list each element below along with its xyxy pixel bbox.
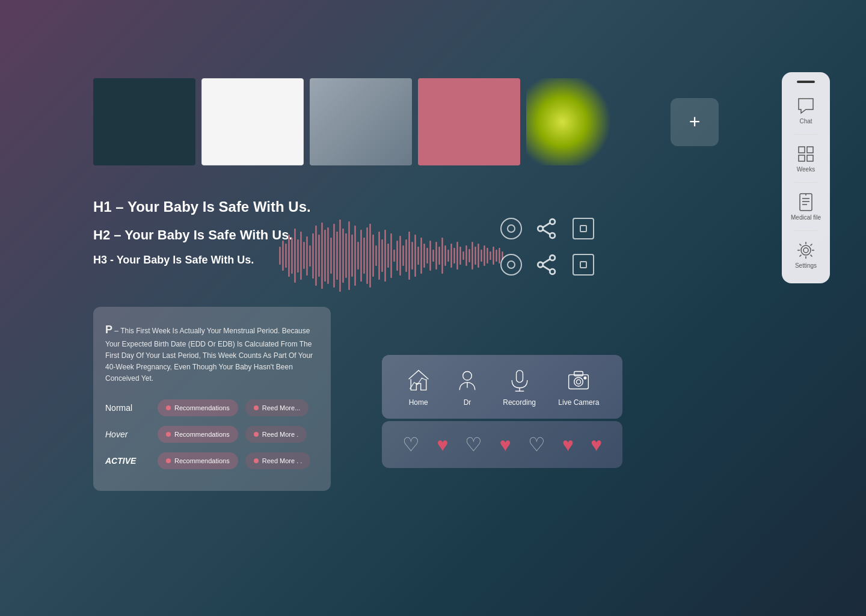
svg-rect-2 bbox=[285, 244, 287, 268]
svg-rect-33 bbox=[378, 232, 380, 280]
svg-line-83 bbox=[543, 259, 550, 263]
swatch-dark[interactable] bbox=[93, 78, 195, 165]
svg-rect-24 bbox=[351, 235, 353, 277]
paragraph-prefix: P bbox=[105, 324, 112, 336]
svg-rect-19 bbox=[336, 232, 338, 280]
recommendations-button-hover[interactable]: Recommendations bbox=[158, 426, 238, 443]
svg-rect-5 bbox=[294, 229, 296, 283]
svg-point-105 bbox=[801, 245, 811, 255]
svg-rect-47 bbox=[420, 238, 422, 274]
chat-icon bbox=[796, 96, 815, 116]
svg-rect-30 bbox=[369, 224, 371, 288]
dot-icon bbox=[254, 432, 259, 437]
sidebar-collapse-handle[interactable] bbox=[797, 81, 815, 83]
svg-rect-23 bbox=[348, 221, 350, 290]
reed-more-label: Reed More... bbox=[262, 404, 301, 411]
dot-icon bbox=[254, 405, 259, 410]
heart-7[interactable]: ♥ bbox=[591, 434, 602, 456]
h1-heading: H1 – Your Baby Is Safe With Us. bbox=[93, 199, 311, 215]
settings-icon bbox=[796, 241, 815, 260]
reed-more-button-normal[interactable]: Reed More... bbox=[245, 399, 309, 416]
stop-button-1[interactable] bbox=[571, 217, 595, 241]
svg-rect-1 bbox=[282, 241, 284, 271]
nav-panel: Home Dr Recording bbox=[382, 355, 622, 419]
stop-button-2[interactable] bbox=[571, 253, 595, 277]
svg-rect-87 bbox=[516, 371, 523, 383]
svg-line-79 bbox=[543, 230, 550, 234]
swatch-white[interactable] bbox=[201, 78, 304, 165]
record-button-2[interactable] bbox=[499, 253, 523, 277]
recommendations-button-normal[interactable]: Recommendations bbox=[158, 399, 238, 416]
nav-camera-label: Live Camera bbox=[558, 398, 599, 407]
sidebar-item-chat[interactable]: Chat bbox=[787, 90, 825, 131]
sidebar-item-medical[interactable]: Medical file bbox=[787, 186, 825, 227]
sidebar-item-settings[interactable]: Settings bbox=[787, 235, 825, 275]
svg-rect-66 bbox=[478, 244, 479, 268]
medical-label: Medical file bbox=[791, 214, 821, 221]
svg-rect-62 bbox=[465, 245, 467, 266]
settings-label: Settings bbox=[795, 262, 817, 269]
svg-rect-27 bbox=[360, 230, 362, 282]
svg-point-81 bbox=[538, 262, 543, 268]
svg-rect-38 bbox=[393, 250, 395, 262]
reed-more-button-hover[interactable]: Reed More . bbox=[245, 426, 307, 443]
svg-rect-71 bbox=[493, 247, 494, 265]
recording-icon bbox=[506, 367, 533, 393]
heart-4[interactable]: ♥ bbox=[499, 434, 511, 456]
svg-rect-16 bbox=[327, 227, 329, 284]
heart-6[interactable]: ♥ bbox=[562, 434, 574, 456]
recommendations-button-active[interactable]: Recommendations bbox=[158, 452, 238, 469]
svg-rect-63 bbox=[468, 249, 470, 262]
svg-rect-45 bbox=[414, 235, 416, 277]
reed-more-label-hover: Reed More . bbox=[262, 431, 299, 438]
heart-2[interactable]: ♥ bbox=[437, 434, 448, 456]
heart-5[interactable]: ♡ bbox=[528, 433, 545, 456]
svg-point-77 bbox=[550, 233, 555, 238]
svg-rect-72 bbox=[496, 250, 497, 262]
sidebar-divider-2 bbox=[794, 182, 817, 183]
recommendations-label-hover: Recommendations bbox=[174, 431, 230, 438]
svg-rect-7 bbox=[300, 232, 302, 280]
svg-point-104 bbox=[803, 248, 808, 253]
sidebar-item-weeks[interactable]: Weeks bbox=[787, 138, 825, 179]
swatch-pink[interactable] bbox=[418, 78, 520, 165]
reed-more-button-active[interactable]: Reed More . . bbox=[245, 452, 311, 469]
nav-item-doctor[interactable]: Dr bbox=[454, 367, 481, 407]
dot-icon bbox=[166, 432, 171, 437]
svg-rect-41 bbox=[402, 245, 404, 266]
swatch-gray[interactable] bbox=[310, 78, 412, 165]
dot-icon bbox=[166, 458, 171, 463]
svg-rect-9 bbox=[306, 236, 308, 276]
svg-rect-52 bbox=[435, 242, 437, 270]
nav-item-home[interactable]: Home bbox=[405, 367, 432, 407]
heart-1[interactable]: ♡ bbox=[402, 433, 420, 456]
waveform-display bbox=[277, 217, 505, 295]
record-controls bbox=[499, 217, 595, 277]
waveform-svg bbox=[277, 217, 505, 295]
svg-point-85 bbox=[463, 371, 472, 380]
svg-rect-25 bbox=[354, 226, 356, 286]
add-swatch-button[interactable]: + bbox=[671, 98, 719, 146]
swatches-row: + bbox=[93, 78, 719, 165]
svg-rect-40 bbox=[399, 236, 401, 276]
reed-more-label-active: Reed More . . bbox=[262, 457, 302, 464]
heart-3[interactable]: ♡ bbox=[465, 433, 482, 456]
paragraph-text: P – This First Week Is Actually Your Men… bbox=[105, 321, 319, 385]
state-row-active: ACTIVE Recommendations Reed More . . bbox=[105, 452, 319, 469]
svg-rect-4 bbox=[291, 238, 293, 274]
svg-point-91 bbox=[574, 377, 583, 386]
nav-item-recording[interactable]: Recording bbox=[503, 367, 536, 407]
record-button-1[interactable] bbox=[499, 217, 523, 241]
nav-recording-label: Recording bbox=[503, 398, 536, 407]
share-button-2[interactable] bbox=[535, 253, 559, 277]
svg-point-80 bbox=[550, 255, 555, 260]
nav-item-camera[interactable]: Live Camera bbox=[558, 367, 599, 407]
svg-rect-46 bbox=[417, 247, 419, 265]
svg-rect-20 bbox=[339, 220, 341, 292]
svg-rect-54 bbox=[441, 238, 443, 274]
svg-rect-98 bbox=[807, 155, 813, 161]
recommendations-label-active: Recommendations bbox=[174, 457, 230, 464]
recommendations-label: Recommendations bbox=[174, 404, 230, 411]
svg-rect-67 bbox=[481, 250, 482, 262]
share-button-1[interactable] bbox=[535, 217, 559, 241]
